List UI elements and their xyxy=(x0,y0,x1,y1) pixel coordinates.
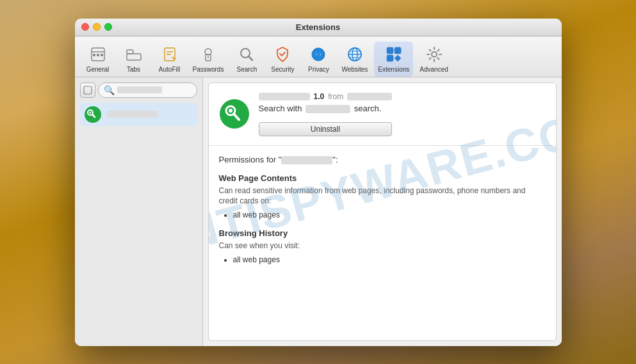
toolbar-item-autofill[interactable]: AutoFill xyxy=(153,42,186,77)
toolbar-item-extensions[interactable]: Extensions xyxy=(374,42,413,77)
window-title: Extensions xyxy=(296,22,340,32)
svg-rect-26 xyxy=(84,86,92,94)
safari-preferences-window: Extensions General xyxy=(75,19,562,346)
permissions-suffix: ": xyxy=(332,155,338,164)
svg-point-16 xyxy=(316,52,320,56)
close-button[interactable] xyxy=(81,23,89,31)
ext-version: 1.0 xyxy=(314,92,325,101)
perm-history-list: all web pages xyxy=(219,255,546,264)
perm-web-desc: Can read sensitive information from web … xyxy=(219,186,546,207)
sidebar: 🔍 xyxy=(75,77,203,346)
perm-web-item: all web pages xyxy=(233,210,546,219)
permissions-title-row: Permissions for "": xyxy=(219,155,546,164)
svg-rect-3 xyxy=(97,54,99,56)
passwords-icon xyxy=(198,44,218,65)
svg-line-14 xyxy=(249,56,252,60)
tabs-label: Tabs xyxy=(127,66,140,73)
traffic-lights xyxy=(81,23,112,31)
toolbar-item-passwords[interactable]: Passwords xyxy=(189,42,228,77)
ext-name-inline-blurred xyxy=(306,105,350,113)
search-label: Search xyxy=(237,66,257,73)
extension-info: 1.0 from Search with search. Uninstall xyxy=(259,92,393,136)
toolbar-item-tabs[interactable]: Tabs xyxy=(117,42,151,77)
toolbar-item-search[interactable]: Search xyxy=(230,42,263,77)
extensions-label: Extensions xyxy=(378,66,409,73)
perm-history-title: Browsing History xyxy=(219,228,546,238)
ext-developer-blurred xyxy=(347,93,392,100)
search-desc-suffix: search. xyxy=(354,104,382,113)
ext-name-blurred xyxy=(259,93,310,100)
general-icon xyxy=(88,44,108,65)
websites-icon xyxy=(345,44,365,65)
security-icon xyxy=(272,44,293,65)
uninstall-button[interactable]: Uninstall xyxy=(259,122,393,136)
sidebar-checkbox[interactable] xyxy=(80,83,95,98)
advanced-icon xyxy=(424,44,444,65)
version-row: 1.0 from xyxy=(259,92,393,101)
perm-web-list: all web pages xyxy=(219,210,546,219)
content-wrapper: 1.0 from Search with search. Uninstall xyxy=(209,83,556,283)
sidebar-search-placeholder xyxy=(117,86,162,93)
svg-rect-4 xyxy=(101,54,103,56)
sidebar-extension-item[interactable] xyxy=(80,103,197,126)
perm-history-desc: Can see when you visit: xyxy=(219,241,546,251)
search-desc-prefix: Search with xyxy=(259,104,302,113)
from-label: from xyxy=(328,92,343,101)
sidebar-item-name xyxy=(107,111,158,118)
toolbar-item-general[interactable]: General xyxy=(81,42,115,77)
permissions-name-blurred xyxy=(281,156,332,164)
passwords-label: Passwords xyxy=(193,66,224,73)
svg-rect-2 xyxy=(93,54,95,56)
privacy-icon xyxy=(308,44,329,65)
extension-header: 1.0 from Search with search. Uninstall xyxy=(209,83,556,146)
minimize-button[interactable] xyxy=(93,23,101,31)
toolbar-item-security[interactable]: Security xyxy=(266,42,299,77)
sidebar-search-icon: 🔍 xyxy=(104,85,115,95)
permissions-section: Permissions for "": Web Page Contents Ca… xyxy=(209,146,556,282)
svg-rect-23 xyxy=(395,47,401,54)
toolbar: General Tabs AutoFill xyxy=(75,36,562,77)
sidebar-extension-icon xyxy=(84,106,102,123)
perm-history-item: all web pages xyxy=(233,255,546,264)
sidebar-search-bar[interactable]: 🔍 xyxy=(98,83,197,98)
general-label: General xyxy=(86,66,110,73)
security-label: Security xyxy=(271,66,294,73)
ext-description: Search with search. xyxy=(259,104,393,113)
svg-point-25 xyxy=(432,52,437,57)
permissions-prefix: Permissions for " xyxy=(219,155,282,164)
svg-rect-22 xyxy=(387,47,393,54)
autofill-label: AutoFill xyxy=(159,66,180,73)
svg-rect-5 xyxy=(127,50,133,54)
content-area: 🔍 xyxy=(75,77,562,346)
permission-web-page-contents: Web Page Contents Can read sensitive inf… xyxy=(219,173,546,220)
extensions-icon xyxy=(384,44,404,65)
svg-rect-6 xyxy=(127,54,141,60)
svg-rect-24 xyxy=(387,55,393,61)
tabs-icon xyxy=(124,44,144,65)
toolbar-item-privacy[interactable]: Privacy xyxy=(302,42,335,77)
permission-browsing-history: Browsing History Can see when you visit:… xyxy=(219,228,546,264)
advanced-label: Advanced xyxy=(420,66,448,73)
sidebar-toolbar: 🔍 xyxy=(80,83,197,98)
svg-point-30 xyxy=(89,111,91,113)
autofill-icon xyxy=(159,44,180,65)
toolbar-item-advanced[interactable]: Advanced xyxy=(416,42,452,77)
titlebar: Extensions xyxy=(75,19,562,36)
search-toolbar-icon xyxy=(236,44,257,65)
maximize-button[interactable] xyxy=(104,23,112,31)
privacy-label: Privacy xyxy=(308,66,329,73)
perm-web-title: Web Page Contents xyxy=(219,173,546,183)
svg-point-34 xyxy=(229,109,232,113)
extension-icon xyxy=(219,99,250,129)
toolbar-item-websites[interactable]: Websites xyxy=(338,42,371,77)
main-content: 1.0 from Search with search. Uninstall xyxy=(208,83,557,341)
websites-label: Websites xyxy=(341,66,368,73)
